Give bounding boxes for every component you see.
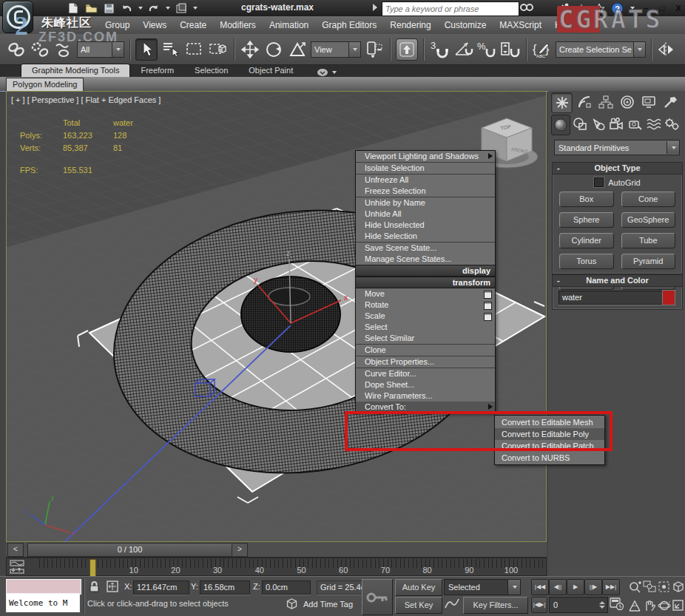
menu-item-hide-unselected[interactable]: Hide Unselected bbox=[356, 220, 495, 231]
mini-curve-editor-icon[interactable] bbox=[10, 560, 26, 575]
rectangular-selection-region-icon[interactable] bbox=[184, 39, 205, 60]
select-object-button[interactable] bbox=[135, 38, 158, 61]
menu-item-save-scene-state[interactable]: Save Scene State... bbox=[356, 243, 495, 254]
open-file-icon[interactable] bbox=[84, 1, 98, 15]
dropdown-arrow-icon[interactable] bbox=[348, 42, 360, 57]
menu-item-unhide-by-name[interactable]: Unhide by Name bbox=[356, 197, 495, 209]
object-type-rollout-header[interactable]: - Object Type bbox=[553, 163, 682, 175]
helpers-category-icon[interactable] bbox=[627, 115, 644, 134]
menu-item-dope-sheet[interactable]: Dope Sheet... bbox=[356, 379, 495, 390]
create-pyramid-button[interactable]: Pyramid bbox=[621, 254, 676, 269]
selection-set-key-dropdown[interactable]: Selected bbox=[444, 579, 521, 595]
percent-snap-icon[interactable]: % bbox=[476, 39, 497, 60]
create-tab-icon[interactable] bbox=[551, 92, 573, 113]
go-to-end-button[interactable]: ▶▶| bbox=[602, 579, 620, 595]
help-icon[interactable]: ? bbox=[611, 2, 624, 15]
autogrid-checkbox[interactable] bbox=[594, 177, 604, 187]
unlink-selection-icon[interactable] bbox=[30, 39, 50, 60]
menu-graph-editors[interactable]: Graph Editors bbox=[315, 16, 383, 34]
create-cylinder-button[interactable]: Cylinder bbox=[559, 233, 614, 248]
ribbon-tab-graphite-modeling-tools[interactable]: Graphite Modeling Tools bbox=[21, 64, 130, 77]
select-and-manipulate-button[interactable] bbox=[396, 38, 418, 61]
menu-item-isolate-selection[interactable]: Isolate Selection bbox=[356, 163, 495, 174]
menu-rendering[interactable]: Rendering bbox=[383, 16, 437, 34]
rollout-collapse-icon[interactable]: - bbox=[557, 275, 560, 286]
ribbon-tab-object-paint[interactable]: Object Paint bbox=[238, 64, 303, 77]
track-bar[interactable]: 0102030405060708090100 bbox=[6, 558, 547, 576]
menu-item-scale[interactable]: Scale bbox=[356, 311, 495, 322]
maxscript-listener-pane[interactable]: Welcome to M bbox=[6, 593, 80, 612]
spinner-snap-icon[interactable] bbox=[500, 39, 521, 60]
previous-frame-arrow[interactable]: < bbox=[7, 543, 24, 557]
undo-icon[interactable] bbox=[120, 1, 133, 15]
menu-item-wire-parameters[interactable]: Wire Parameters... bbox=[356, 390, 495, 402]
y-coordinate-field[interactable]: 16.58cm bbox=[200, 581, 250, 595]
zoom-extents-all-icon[interactable] bbox=[671, 578, 685, 595]
menu-customize[interactable]: Customize bbox=[438, 16, 493, 34]
select-link-icon[interactable] bbox=[6, 39, 27, 60]
dropdown-arrow-icon[interactable] bbox=[507, 580, 520, 595]
key-mode-toggle-button[interactable]: |◀▶| bbox=[531, 597, 547, 613]
search-input[interactable] bbox=[382, 4, 519, 13]
search-expand-icon[interactable] bbox=[373, 4, 377, 11]
menu-item-select-similar[interactable]: Select Similar bbox=[356, 333, 495, 344]
selection-lock-icon[interactable] bbox=[89, 581, 100, 592]
create-sphere-button[interactable]: Sphere bbox=[559, 212, 614, 228]
reference-coordinate-dropdown[interactable]: View bbox=[311, 41, 361, 58]
create-box-button[interactable]: Box bbox=[559, 192, 614, 207]
spacewarps-category-icon[interactable] bbox=[645, 115, 663, 134]
create-cone-button[interactable]: Cone bbox=[621, 192, 676, 207]
next-frame-arrow[interactable]: > bbox=[232, 543, 248, 557]
menu-item-manage-scene-states[interactable]: Manage Scene States... bbox=[356, 254, 495, 265]
submenu-item-convert-to-nurbs[interactable]: Convert to NURBS bbox=[495, 452, 604, 464]
menu-item-viewport-lighting-and-shadows[interactable]: Viewport Lighting and Shadows bbox=[356, 151, 495, 162]
create-geosphere-button[interactable]: GeoSphere bbox=[621, 212, 676, 228]
menu-help[interactable]: Help bbox=[548, 16, 580, 34]
edit-named-selection-sets-icon[interactable]: {}ABC bbox=[532, 39, 553, 60]
polygon-modeling-panel-tab[interactable]: Polygon Modeling bbox=[6, 78, 84, 91]
favorites-star-icon[interactable] bbox=[576, 3, 587, 14]
settings-box-icon[interactable] bbox=[484, 291, 492, 299]
lights-category-icon[interactable] bbox=[590, 115, 607, 134]
add-time-tag[interactable]: Add Time Tag bbox=[303, 600, 353, 609]
named-selection-sets-dropdown[interactable]: Create Selection Se bbox=[556, 41, 646, 58]
zoom-extents-icon[interactable] bbox=[657, 578, 671, 595]
next-frame-button[interactable]: ||▶ bbox=[584, 579, 602, 595]
cameras-category-icon[interactable] bbox=[608, 115, 626, 134]
project-dropdown-icon[interactable] bbox=[193, 7, 198, 10]
application-menu-button[interactable] bbox=[2, 1, 33, 33]
minimize-button[interactable]: – bbox=[641, 4, 651, 13]
menu-item-hide-selection[interactable]: Hide Selection bbox=[356, 231, 495, 242]
viewport-label[interactable]: [ + ] [ Perspective ] [ Flat + Edged Fac… bbox=[11, 95, 161, 104]
utilities-tab-icon[interactable] bbox=[660, 92, 680, 112]
maximize-button[interactable]: □ bbox=[657, 4, 667, 13]
menu-item-clone[interactable]: Clone bbox=[356, 345, 495, 356]
modify-tab-icon[interactable] bbox=[574, 92, 594, 112]
dropdown-arrow-icon[interactable] bbox=[112, 42, 124, 57]
menu-item-select[interactable]: Select bbox=[356, 322, 495, 333]
help-dropdown-icon[interactable] bbox=[630, 7, 635, 10]
rotate-icon[interactable] bbox=[263, 39, 284, 60]
ribbon-tab-selection[interactable]: Selection bbox=[184, 64, 238, 77]
menu-item-curve-editor[interactable]: Curve Editor... bbox=[356, 368, 495, 379]
menu-item-rotate[interactable]: Rotate bbox=[356, 299, 495, 311]
pan-hand-icon[interactable] bbox=[642, 597, 656, 614]
scale-icon[interactable] bbox=[287, 39, 308, 60]
settings-box-icon[interactable] bbox=[484, 302, 492, 310]
bind-to-spacewarp-icon[interactable] bbox=[53, 39, 74, 60]
isolate-selection-cube-icon[interactable] bbox=[286, 598, 298, 610]
hierarchy-tab-icon[interactable] bbox=[595, 92, 615, 112]
dropdown-arrow-icon[interactable] bbox=[667, 141, 679, 154]
auto-key-button[interactable]: Auto Key bbox=[395, 579, 442, 596]
menu-group[interactable]: Group bbox=[98, 16, 136, 34]
menu-item-object-properties[interactable]: Object Properties... bbox=[356, 356, 495, 368]
object-name-input[interactable]: water bbox=[559, 291, 665, 305]
snap-toggle-3d-icon[interactable]: 3 bbox=[429, 39, 450, 60]
communication-icon[interactable] bbox=[558, 3, 570, 14]
x-coordinate-field[interactable]: 121.647cm bbox=[133, 581, 189, 595]
default-in-out-tangent-icon[interactable] bbox=[444, 597, 460, 612]
zoom-icon[interactable] bbox=[627, 578, 641, 595]
field-of-view-icon[interactable] bbox=[627, 597, 641, 614]
menu-item-unhide-all[interactable]: Unhide All bbox=[356, 209, 495, 220]
shapes-category-icon[interactable] bbox=[571, 115, 589, 134]
